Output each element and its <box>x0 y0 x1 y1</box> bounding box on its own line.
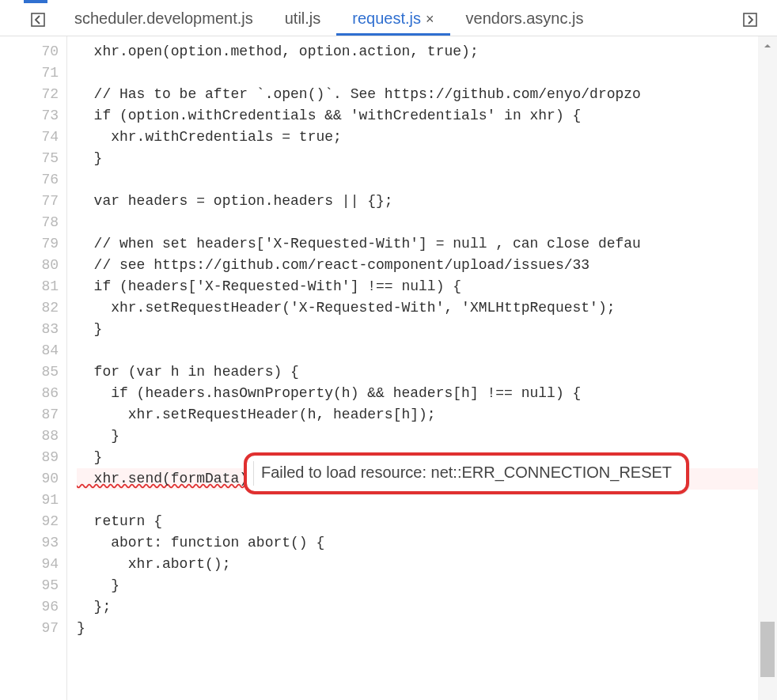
scrollbar-thumb[interactable] <box>760 622 775 677</box>
line-number: 74 <box>22 127 59 148</box>
vertical-scrollbar[interactable] <box>758 36 777 700</box>
tab-label: scheduler.development.js <box>74 9 253 27</box>
code-line <box>77 62 777 84</box>
line-number: 82 <box>22 297 59 319</box>
line-number: 88 <box>22 426 59 447</box>
line-number: 76 <box>22 169 59 191</box>
line-number: 84 <box>22 340 59 361</box>
nav-left-icon <box>30 12 46 28</box>
code-line: } <box>77 575 777 596</box>
code-line: xhr.setRequestHeader('X-Requested-With',… <box>77 297 777 319</box>
nav-right-icon <box>742 12 758 28</box>
code-line: var headers = option.headers || {}; <box>77 191 777 212</box>
tabs-scroll-left-button[interactable] <box>27 9 49 31</box>
code-line: if (headers.hasOwnProperty(h) && headers… <box>77 383 777 404</box>
line-number: 73 <box>22 105 59 127</box>
code-line: } <box>77 618 777 639</box>
line-number: 94 <box>22 554 59 575</box>
code-line: if (option.withCredentials && 'withCrede… <box>77 105 777 127</box>
line-number: 92 <box>22 511 59 532</box>
line-number: 80 <box>22 255 59 276</box>
line-number: 87 <box>22 404 59 426</box>
tab-label: util.js <box>285 9 321 27</box>
code-line: // see https://github.com/react-componen… <box>77 255 777 276</box>
code-line <box>77 340 777 361</box>
code-line: // Has to be after `.open()`. See https:… <box>77 84 777 105</box>
error-tooltip: Failed to load resource: net::ERR_CONNEC… <box>244 452 689 494</box>
line-number: 79 <box>22 233 59 255</box>
line-number: 93 <box>22 532 59 554</box>
scroll-up-icon <box>763 41 772 51</box>
error-squiggle: xhr.send(formData); <box>77 471 256 486</box>
line-number: 72 <box>22 84 59 105</box>
code-line: } <box>77 426 777 447</box>
code-line <box>77 212 777 233</box>
code-editor[interactable]: 7071727374757677787980818283848586878889… <box>22 36 777 700</box>
code-line: for (var h in headers) { <box>77 361 777 383</box>
code-line: xhr.open(option.method, option.action, t… <box>77 41 777 62</box>
code-line <box>77 169 777 191</box>
code-line: // when set headers['X-Requested-With'] … <box>77 233 777 255</box>
tab-bar: scheduler.development.jsutil.jsrequest.j… <box>0 3 777 36</box>
code-line: xhr.setRequestHeader(h, headers[h]); <box>77 404 777 426</box>
code-line: } <box>77 148 777 169</box>
tabs-scroll-right-button[interactable] <box>739 9 761 31</box>
line-number: 77 <box>22 191 59 212</box>
line-number: 86 <box>22 383 59 404</box>
line-number: 89 <box>22 447 59 468</box>
tab-vendors-async-js[interactable]: vendors.async.js <box>450 3 600 36</box>
code-line: xhr.withCredentials = true; <box>77 127 777 148</box>
tooltip-inner-border <box>253 461 254 486</box>
line-number: 95 <box>22 575 59 596</box>
line-number: 81 <box>22 276 59 297</box>
line-number: 83 <box>22 319 59 340</box>
tab-label: vendors.async.js <box>466 9 584 27</box>
line-number: 90 <box>22 468 59 490</box>
line-number: 71 <box>22 62 59 84</box>
code-line: if (headers['X-Requested-With'] !== null… <box>77 276 777 297</box>
line-number: 70 <box>22 41 59 62</box>
line-number: 75 <box>22 148 59 169</box>
code-line: xhr.abort(); <box>77 554 777 575</box>
tab-util-js[interactable]: util.js <box>269 3 337 36</box>
line-number: 91 <box>22 490 59 511</box>
close-tab-icon[interactable]: × <box>426 11 434 27</box>
code-line: return { <box>77 511 777 532</box>
code-content[interactable]: xhr.open(option.method, option.action, t… <box>67 36 777 700</box>
tab-request-js[interactable]: request.js× <box>336 3 449 36</box>
line-number: 78 <box>22 212 59 233</box>
line-number-gutter: 7071727374757677787980818283848586878889… <box>22 36 66 700</box>
code-line: abort: function abort() { <box>77 532 777 554</box>
tab-scheduler-development-js[interactable]: scheduler.development.js <box>59 3 269 36</box>
svg-rect-0 <box>32 13 44 26</box>
line-number: 85 <box>22 361 59 383</box>
line-number: 97 <box>22 618 59 639</box>
tab-label: request.js <box>352 9 421 27</box>
error-tooltip-text: Failed to load resource: net::ERR_CONNEC… <box>261 464 672 481</box>
svg-rect-1 <box>744 13 756 26</box>
line-number: 96 <box>22 596 59 618</box>
code-line: }; <box>77 596 777 618</box>
scroll-up-button[interactable] <box>758 36 777 55</box>
code-line: } <box>77 319 777 340</box>
